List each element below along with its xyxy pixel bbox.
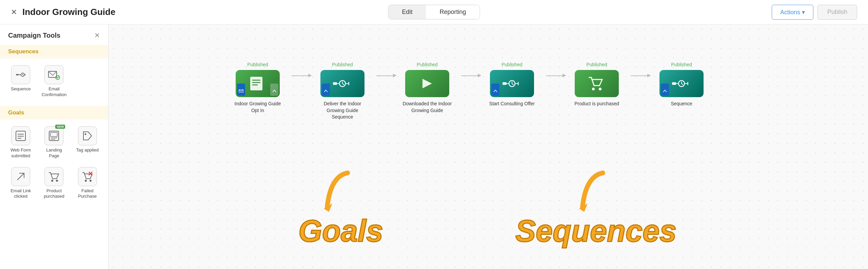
web-form-tool-label: Web Formsubmitted [11, 147, 31, 159]
node-1-label: Indoor Growing GuideOpt In [235, 101, 281, 114]
email-link-tool[interactable]: Email Linkclicked [5, 164, 36, 202]
node-2-published: Published [332, 62, 353, 67]
svg-point-21 [90, 180, 92, 182]
tag-applied-tool-label: Tag applied [76, 147, 99, 153]
header-tabs: Edit Reporting [388, 5, 480, 19]
arrow-4 [546, 75, 563, 76]
sequences-section-label: Sequences [0, 45, 108, 58]
svg-rect-51 [687, 82, 688, 85]
flow-node-6[interactable]: Published Sequence [648, 62, 715, 107]
web-form-tool[interactable]: Web Formsubmitted [5, 124, 36, 162]
node-3-published: Published [417, 62, 438, 67]
actions-button[interactable]: Actions ▾ [772, 5, 813, 20]
landing-page-tool-label: LandingPage [46, 147, 62, 159]
svg-rect-34 [348, 82, 349, 85]
flow-node-5[interactable]: Published Product is purchased [563, 62, 631, 107]
svg-rect-14 [51, 132, 57, 137]
svg-line-49 [682, 84, 683, 85]
node-5-published: Published [586, 62, 607, 67]
node-4-label: Start Consulting Offer [489, 101, 535, 107]
svg-rect-0 [16, 74, 19, 75]
email-link-icon [11, 167, 30, 186]
header: ✕ Indoor Growing Guide Edit Reporting Ac… [0, 0, 868, 24]
sequences-tools: Sequence EmailConfirmation [0, 62, 108, 106]
sequences-annotation: Sequences [515, 169, 676, 249]
svg-rect-36 [502, 82, 507, 85]
node-4-published: Published [501, 62, 522, 67]
node-6-published: Published [671, 62, 692, 67]
email-confirmation-tool[interactable]: EmailConfirmation [39, 62, 69, 101]
node-2-label: Deliver the IndoorGrowing GuideSequence [324, 101, 361, 121]
svg-rect-28 [333, 82, 337, 85]
sidebar-title: Campaign Tools [8, 32, 60, 39]
svg-point-20 [85, 180, 87, 182]
svg-rect-6 [25, 74, 25, 76]
svg-line-32 [342, 84, 344, 85]
flow-node-3[interactable]: Published Downloaded the IndoorGrowing G… [393, 62, 461, 114]
svg-line-40 [512, 84, 514, 85]
tab-reporting[interactable]: Reporting [426, 5, 479, 19]
goals-tools: Web Formsubmitted NEW LandingPage [0, 124, 108, 208]
flow-node-1[interactable]: Published Indoor Growing Guide [224, 62, 292, 114]
svg-point-43 [592, 88, 595, 90]
svg-marker-35 [422, 79, 432, 88]
failed-purchase-icon [78, 167, 97, 186]
flow-container: Published Indoor Growing Guide [224, 62, 715, 121]
tag-applied-icon [78, 126, 97, 145]
svg-point-17 [84, 133, 86, 135]
node-6-label: Sequence [671, 101, 692, 107]
email-confirmation-icon [44, 65, 63, 84]
header-close-icon[interactable]: ✕ [11, 8, 17, 17]
email-confirmation-tool-label: EmailConfirmation [42, 86, 67, 98]
node-1-published: Published [247, 62, 268, 67]
sequence-tool-label: Sequence [11, 86, 31, 92]
product-purchased-tool-label: Productpurchased [44, 188, 64, 200]
node-3-box[interactable] [405, 70, 449, 97]
sidebar-header: Campaign Tools ✕ [0, 24, 108, 45]
failed-purchase-tool[interactable]: FailedPurchase [72, 164, 103, 202]
flow-node-2[interactable]: Published Deliver the Indo [309, 62, 376, 121]
tab-edit[interactable]: Edit [388, 5, 426, 19]
sequence-icon [11, 65, 30, 84]
tag-applied-tool[interactable]: Tag applied [72, 124, 103, 162]
svg-rect-24 [250, 77, 262, 90]
svg-line-4 [23, 75, 23, 75]
sequence-tool[interactable]: Sequence [5, 62, 36, 101]
node-3-label: Downloaded the IndoorGrowing Guide [403, 101, 452, 114]
product-purchased-tool[interactable]: Productpurchased [39, 164, 69, 202]
email-link-tool-label: Email Linkclicked [11, 188, 31, 200]
sequences-big-label: Sequences [515, 214, 676, 249]
header-actions: Actions ▾ Publish [772, 5, 857, 20]
node-4-box[interactable] [490, 70, 534, 97]
landing-page-tool[interactable]: NEW LandingPage [39, 124, 69, 162]
flow-node-4[interactable]: Published Start Consulting [478, 62, 546, 107]
node-5-label: Product is purchased [574, 101, 619, 107]
publish-button[interactable]: Publish [817, 5, 857, 20]
node-5-box[interactable] [575, 70, 619, 97]
sidebar-close-icon[interactable]: ✕ [94, 31, 100, 39]
svg-marker-53 [579, 203, 588, 212]
main-layout: Campaign Tools ✕ Sequences [0, 24, 868, 269]
goals-annotation: Goals [298, 169, 383, 249]
node-2-box[interactable] [320, 70, 364, 97]
goals-big-label: Goals [298, 214, 383, 249]
arrow-3 [461, 75, 478, 76]
failed-purchase-tool-label: FailedPurchase [78, 188, 97, 200]
node-1-box[interactable] [236, 70, 280, 97]
svg-marker-52 [324, 203, 332, 212]
arrow-2 [376, 75, 393, 76]
product-purchased-icon [44, 167, 63, 186]
goals-section-label: Goals [0, 106, 108, 120]
svg-rect-42 [518, 82, 519, 85]
landing-page-icon: NEW [44, 126, 63, 145]
arrow-5 [631, 75, 648, 76]
canvas: Published Indoor Growing Guide [108, 24, 868, 269]
arrow-1 [292, 75, 309, 76]
node-6-box[interactable] [659, 70, 704, 97]
svg-point-44 [599, 88, 601, 90]
sidebar: Campaign Tools ✕ Sequences [0, 24, 108, 269]
svg-rect-45 [672, 82, 676, 85]
web-form-icon [11, 126, 30, 145]
svg-point-18 [51, 180, 53, 182]
svg-point-19 [56, 180, 58, 182]
